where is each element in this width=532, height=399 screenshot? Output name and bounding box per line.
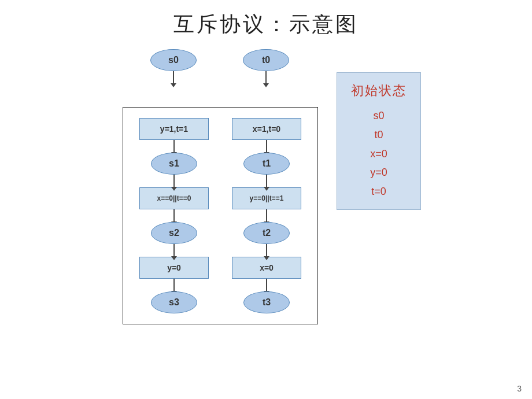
arrow2-right [266, 175, 267, 187]
left-top-oval-col: s0 [139, 49, 208, 84]
oval-s1: s1 [151, 153, 197, 175]
arrow3-right [266, 209, 267, 222]
arrow2-left [173, 175, 175, 187]
left-flow-col: y=1,t=1 s1 x==0||t==0 s2 y=0 s3 [139, 118, 209, 313]
page-number: 3 [517, 384, 522, 393]
info-item-x0: x=0 [370, 146, 387, 162]
arrow1-left [173, 140, 175, 153]
right-top-oval-col: t0 [231, 49, 301, 84]
arrow5-right [266, 279, 267, 291]
oval-t3: t3 [243, 291, 290, 313]
info-item-t0val: t=0 [371, 183, 386, 200]
arrow5-left [173, 279, 175, 291]
oval-s2: s2 [151, 222, 197, 244]
info-title: 初始状态 [351, 82, 407, 99]
oval-s0: s0 [150, 49, 197, 71]
oval-s3: s3 [151, 291, 197, 313]
arrow4-left [173, 244, 175, 257]
info-item-s0: s0 [373, 108, 384, 124]
arrow-t0-to-box [265, 71, 267, 84]
oval-t0: t0 [243, 49, 289, 71]
arrow4-right [266, 244, 267, 257]
info-item-t0: t0 [374, 127, 383, 143]
flowchart-box: y=1,t=1 s1 x==0||t==0 s2 y=0 s3 [123, 107, 318, 324]
info-item-y0: y=0 [370, 164, 387, 181]
rect-y1t1: y=1,t=1 [139, 118, 209, 140]
info-box: 初始状态 s0 t0 x=0 y=0 t=0 [337, 72, 421, 210]
arrow1-right [266, 140, 267, 153]
arrow3-left [173, 209, 175, 222]
page-title: 互斥协议：示意图 [0, 0, 532, 39]
oval-t1: t1 [243, 153, 290, 175]
arrow-s0-to-box [173, 71, 174, 84]
oval-t2: t2 [243, 222, 290, 244]
rect-x1t0: x=1,t=0 [232, 118, 301, 140]
right-flow-col: x=1,t=0 t1 y==0||t==1 t2 x=0 t3 [232, 118, 301, 313]
